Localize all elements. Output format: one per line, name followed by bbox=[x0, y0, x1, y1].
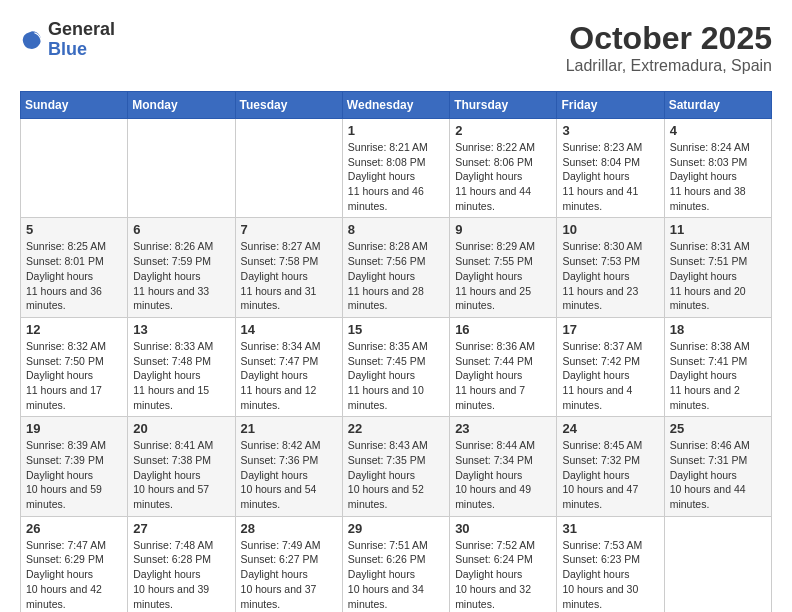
calendar-cell: 12Sunrise: 8:32 AMSunset: 7:50 PMDayligh… bbox=[21, 317, 128, 416]
calendar-cell: 17Sunrise: 8:37 AMSunset: 7:42 PMDayligh… bbox=[557, 317, 664, 416]
calendar-week-row: 1Sunrise: 8:21 AMSunset: 8:08 PMDaylight… bbox=[21, 119, 772, 218]
weekday-header: Saturday bbox=[664, 92, 771, 119]
day-info: Sunrise: 7:53 AMSunset: 6:23 PMDaylight … bbox=[562, 538, 658, 611]
calendar-cell: 11Sunrise: 8:31 AMSunset: 7:51 PMDayligh… bbox=[664, 218, 771, 317]
day-number: 8 bbox=[348, 222, 444, 237]
calendar-cell: 20Sunrise: 8:41 AMSunset: 7:38 PMDayligh… bbox=[128, 417, 235, 516]
day-number: 21 bbox=[241, 421, 337, 436]
calendar-cell: 23Sunrise: 8:44 AMSunset: 7:34 PMDayligh… bbox=[450, 417, 557, 516]
calendar-cell: 6Sunrise: 8:26 AMSunset: 7:59 PMDaylight… bbox=[128, 218, 235, 317]
calendar-cell: 24Sunrise: 8:45 AMSunset: 7:32 PMDayligh… bbox=[557, 417, 664, 516]
calendar-cell: 1Sunrise: 8:21 AMSunset: 8:08 PMDaylight… bbox=[342, 119, 449, 218]
day-info: Sunrise: 8:31 AMSunset: 7:51 PMDaylight … bbox=[670, 239, 766, 312]
day-number: 14 bbox=[241, 322, 337, 337]
calendar-cell: 27Sunrise: 7:48 AMSunset: 6:28 PMDayligh… bbox=[128, 516, 235, 612]
day-info: Sunrise: 8:44 AMSunset: 7:34 PMDaylight … bbox=[455, 438, 551, 511]
calendar-cell bbox=[21, 119, 128, 218]
calendar-cell: 26Sunrise: 7:47 AMSunset: 6:29 PMDayligh… bbox=[21, 516, 128, 612]
day-info: Sunrise: 8:36 AMSunset: 7:44 PMDaylight … bbox=[455, 339, 551, 412]
weekday-header: Monday bbox=[128, 92, 235, 119]
day-info: Sunrise: 8:33 AMSunset: 7:48 PMDaylight … bbox=[133, 339, 229, 412]
day-number: 15 bbox=[348, 322, 444, 337]
page-header: General Blue October 2025 Ladrillar, Ext… bbox=[20, 20, 772, 75]
day-number: 11 bbox=[670, 222, 766, 237]
calendar-week-row: 26Sunrise: 7:47 AMSunset: 6:29 PMDayligh… bbox=[21, 516, 772, 612]
day-number: 10 bbox=[562, 222, 658, 237]
weekday-header: Tuesday bbox=[235, 92, 342, 119]
day-info: Sunrise: 8:45 AMSunset: 7:32 PMDaylight … bbox=[562, 438, 658, 511]
day-info: Sunrise: 8:27 AMSunset: 7:58 PMDaylight … bbox=[241, 239, 337, 312]
calendar-cell: 4Sunrise: 8:24 AMSunset: 8:03 PMDaylight… bbox=[664, 119, 771, 218]
calendar-cell: 30Sunrise: 7:52 AMSunset: 6:24 PMDayligh… bbox=[450, 516, 557, 612]
day-number: 27 bbox=[133, 521, 229, 536]
day-info: Sunrise: 8:37 AMSunset: 7:42 PMDaylight … bbox=[562, 339, 658, 412]
weekday-header: Thursday bbox=[450, 92, 557, 119]
day-info: Sunrise: 7:47 AMSunset: 6:29 PMDaylight … bbox=[26, 538, 122, 611]
day-number: 29 bbox=[348, 521, 444, 536]
calendar-cell: 13Sunrise: 8:33 AMSunset: 7:48 PMDayligh… bbox=[128, 317, 235, 416]
day-number: 22 bbox=[348, 421, 444, 436]
calendar-cell: 16Sunrise: 8:36 AMSunset: 7:44 PMDayligh… bbox=[450, 317, 557, 416]
logo-general-text: General bbox=[48, 19, 115, 39]
calendar-cell: 2Sunrise: 8:22 AMSunset: 8:06 PMDaylight… bbox=[450, 119, 557, 218]
day-info: Sunrise: 8:30 AMSunset: 7:53 PMDaylight … bbox=[562, 239, 658, 312]
day-info: Sunrise: 8:23 AMSunset: 8:04 PMDaylight … bbox=[562, 140, 658, 213]
title-block: October 2025 Ladrillar, Extremadura, Spa… bbox=[566, 20, 772, 75]
day-number: 2 bbox=[455, 123, 551, 138]
logo: General Blue bbox=[20, 20, 115, 60]
calendar-cell: 28Sunrise: 7:49 AMSunset: 6:27 PMDayligh… bbox=[235, 516, 342, 612]
day-number: 18 bbox=[670, 322, 766, 337]
calendar-cell: 15Sunrise: 8:35 AMSunset: 7:45 PMDayligh… bbox=[342, 317, 449, 416]
day-info: Sunrise: 8:42 AMSunset: 7:36 PMDaylight … bbox=[241, 438, 337, 511]
day-info: Sunrise: 8:41 AMSunset: 7:38 PMDaylight … bbox=[133, 438, 229, 511]
day-number: 24 bbox=[562, 421, 658, 436]
day-number: 13 bbox=[133, 322, 229, 337]
day-number: 31 bbox=[562, 521, 658, 536]
day-info: Sunrise: 7:48 AMSunset: 6:28 PMDaylight … bbox=[133, 538, 229, 611]
day-number: 16 bbox=[455, 322, 551, 337]
calendar-cell: 29Sunrise: 7:51 AMSunset: 6:26 PMDayligh… bbox=[342, 516, 449, 612]
calendar-week-row: 12Sunrise: 8:32 AMSunset: 7:50 PMDayligh… bbox=[21, 317, 772, 416]
calendar-cell: 22Sunrise: 8:43 AMSunset: 7:35 PMDayligh… bbox=[342, 417, 449, 516]
day-info: Sunrise: 8:29 AMSunset: 7:55 PMDaylight … bbox=[455, 239, 551, 312]
calendar-week-row: 5Sunrise: 8:25 AMSunset: 8:01 PMDaylight… bbox=[21, 218, 772, 317]
day-info: Sunrise: 8:21 AMSunset: 8:08 PMDaylight … bbox=[348, 140, 444, 213]
calendar-cell bbox=[664, 516, 771, 612]
calendar-cell: 8Sunrise: 8:28 AMSunset: 7:56 PMDaylight… bbox=[342, 218, 449, 317]
day-info: Sunrise: 8:32 AMSunset: 7:50 PMDaylight … bbox=[26, 339, 122, 412]
day-number: 20 bbox=[133, 421, 229, 436]
day-number: 26 bbox=[26, 521, 122, 536]
day-number: 30 bbox=[455, 521, 551, 536]
calendar-cell: 31Sunrise: 7:53 AMSunset: 6:23 PMDayligh… bbox=[557, 516, 664, 612]
calendar-cell: 19Sunrise: 8:39 AMSunset: 7:39 PMDayligh… bbox=[21, 417, 128, 516]
day-info: Sunrise: 8:38 AMSunset: 7:41 PMDaylight … bbox=[670, 339, 766, 412]
logo-blue-text: Blue bbox=[48, 39, 87, 59]
calendar-cell: 7Sunrise: 8:27 AMSunset: 7:58 PMDaylight… bbox=[235, 218, 342, 317]
calendar-cell bbox=[235, 119, 342, 218]
day-info: Sunrise: 8:43 AMSunset: 7:35 PMDaylight … bbox=[348, 438, 444, 511]
calendar-cell: 18Sunrise: 8:38 AMSunset: 7:41 PMDayligh… bbox=[664, 317, 771, 416]
calendar-cell: 9Sunrise: 8:29 AMSunset: 7:55 PMDaylight… bbox=[450, 218, 557, 317]
day-number: 9 bbox=[455, 222, 551, 237]
day-info: Sunrise: 8:22 AMSunset: 8:06 PMDaylight … bbox=[455, 140, 551, 213]
day-info: Sunrise: 8:26 AMSunset: 7:59 PMDaylight … bbox=[133, 239, 229, 312]
day-info: Sunrise: 8:25 AMSunset: 8:01 PMDaylight … bbox=[26, 239, 122, 312]
location: Ladrillar, Extremadura, Spain bbox=[566, 57, 772, 75]
day-number: 25 bbox=[670, 421, 766, 436]
calendar-cell: 3Sunrise: 8:23 AMSunset: 8:04 PMDaylight… bbox=[557, 119, 664, 218]
day-info: Sunrise: 8:34 AMSunset: 7:47 PMDaylight … bbox=[241, 339, 337, 412]
calendar-cell: 21Sunrise: 8:42 AMSunset: 7:36 PMDayligh… bbox=[235, 417, 342, 516]
day-number: 7 bbox=[241, 222, 337, 237]
calendar-cell: 5Sunrise: 8:25 AMSunset: 8:01 PMDaylight… bbox=[21, 218, 128, 317]
day-number: 4 bbox=[670, 123, 766, 138]
day-number: 19 bbox=[26, 421, 122, 436]
day-number: 12 bbox=[26, 322, 122, 337]
day-number: 5 bbox=[26, 222, 122, 237]
day-info: Sunrise: 7:49 AMSunset: 6:27 PMDaylight … bbox=[241, 538, 337, 611]
calendar-week-row: 19Sunrise: 8:39 AMSunset: 7:39 PMDayligh… bbox=[21, 417, 772, 516]
day-info: Sunrise: 8:35 AMSunset: 7:45 PMDaylight … bbox=[348, 339, 444, 412]
day-info: Sunrise: 7:51 AMSunset: 6:26 PMDaylight … bbox=[348, 538, 444, 611]
day-number: 17 bbox=[562, 322, 658, 337]
calendar-cell bbox=[128, 119, 235, 218]
day-info: Sunrise: 8:24 AMSunset: 8:03 PMDaylight … bbox=[670, 140, 766, 213]
